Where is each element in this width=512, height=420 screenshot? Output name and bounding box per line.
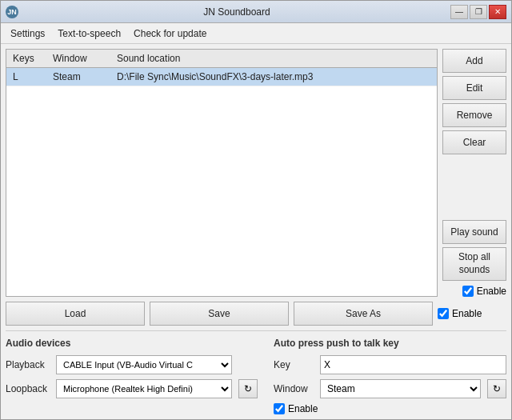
header-keys: Keys (10, 51, 50, 66)
enable-row-side: Enable (442, 286, 506, 297)
cell-window: Steam (50, 70, 114, 84)
main-section: Keys Window Sound location L Steam D:\Fi… (6, 49, 506, 297)
enable-checkbox-side[interactable] (462, 286, 474, 297)
cell-key: L (10, 70, 50, 84)
save-button[interactable]: Save (150, 302, 289, 326)
audio-devices-label: Audio devices (6, 338, 258, 349)
bottom-buttons-row: Load Save Save As Enable (6, 302, 506, 326)
menu-item-settings[interactable]: Settings (4, 26, 51, 42)
key-input[interactable] (320, 355, 506, 374)
playback-label: Playback (6, 359, 50, 370)
sound-table: Keys Window Sound location L Steam D:\Fi… (6, 49, 438, 297)
key-label: Key (274, 359, 314, 370)
table-body[interactable]: L Steam D:\File Sync\Music\SoundFX\3-day… (6, 68, 437, 296)
remove-button[interactable]: Remove (442, 103, 506, 127)
table-header: Keys Window Sound location (6, 50, 437, 68)
loopback-label: Loopback (6, 383, 50, 394)
save-as-button[interactable]: Save As (294, 302, 433, 326)
play-sound-button[interactable]: Play sound (442, 220, 506, 244)
auto-press-panel: Auto press push to talk key Key Window S… (274, 338, 506, 414)
side-buttons: Add Edit Remove Clear Play sound Stop al… (442, 49, 506, 297)
loopback-refresh-button[interactable]: ↻ (238, 379, 258, 398)
menu-item-tts[interactable]: Text-to-speech (51, 26, 127, 42)
header-window: Window (50, 51, 114, 66)
table-row[interactable]: L Steam D:\File Sync\Music\SoundFX\3-day… (6, 68, 437, 86)
loopback-row: Loopback Microphone (Realtek High Defini… (6, 379, 258, 398)
audio-section: Audio devices Playback CABLE Input (VB-A… (6, 330, 506, 414)
menu-item-check-update[interactable]: Check for update (127, 26, 213, 42)
header-sound-location: Sound location (114, 51, 434, 66)
key-row: Key (274, 355, 506, 374)
window-key-label: Window (274, 383, 314, 394)
audio-devices-panel: Audio devices Playback CABLE Input (VB-A… (6, 338, 258, 414)
minimize-button[interactable]: — (450, 5, 468, 19)
auto-press-enable-checkbox[interactable] (274, 403, 285, 414)
bottom-right: Enable (438, 308, 506, 319)
enable-label-side: Enable (477, 286, 506, 297)
window-refresh-button[interactable]: ↻ (487, 379, 506, 398)
stop-all-button[interactable]: Stop all sounds (442, 247, 506, 281)
auto-press-title: Auto press push to talk key (274, 338, 506, 349)
window-title: JN Soundboard (23, 6, 450, 18)
main-window: JN JN Soundboard — ❐ ✕ Settings Text-to-… (0, 0, 512, 420)
title-bar: JN JN Soundboard — ❐ ✕ (1, 1, 511, 23)
clear-button[interactable]: Clear (442, 130, 506, 154)
auto-press-enable-row: Enable (274, 403, 506, 414)
enable-checkbox-bottom[interactable] (438, 308, 449, 319)
window-controls: — ❐ ✕ (450, 5, 506, 19)
add-button[interactable]: Add (442, 49, 506, 73)
spacer (442, 158, 506, 217)
window-row: Window Steam ↻ (274, 379, 506, 398)
auto-press-enable-label: Enable (288, 403, 318, 414)
cell-sound-location: D:\File Sync\Music\SoundFX\3-days-later.… (114, 70, 434, 84)
close-button[interactable]: ✕ (489, 5, 506, 19)
loopback-select[interactable]: Microphone (Realtek High Defini)Default (56, 379, 232, 398)
content-area: Keys Window Sound location L Steam D:\Fi… (1, 44, 511, 419)
restore-button[interactable]: ❐ (470, 5, 487, 19)
playback-select[interactable]: CABLE Input (VB-Audio Virtual CDefault (56, 355, 232, 374)
edit-button[interactable]: Edit (442, 76, 506, 100)
window-select[interactable]: Steam (320, 379, 481, 398)
enable-label-bottom: Enable (452, 308, 482, 319)
playback-row: Playback CABLE Input (VB-Audio Virtual C… (6, 355, 258, 374)
load-button[interactable]: Load (6, 302, 145, 326)
app-icon: JN (6, 6, 18, 18)
menu-bar: Settings Text-to-speech Check for update (1, 23, 511, 44)
